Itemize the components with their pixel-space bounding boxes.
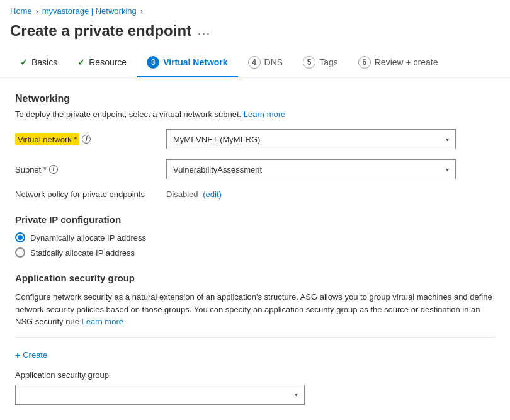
page-title: Create a private endpoint	[10, 22, 191, 40]
breadcrumb: Home › myvastorage | Networking ›	[0, 0, 510, 20]
wizard-step-review[interactable]: 6 Review + create	[348, 50, 448, 77]
subnet-value: VulnerabilityAssessment	[173, 165, 262, 174]
subnet-label-text: Subnet *	[15, 165, 47, 174]
wizard-step-virtual-network[interactable]: 3 Virtual Network	[137, 50, 237, 77]
main-content: Networking To deploy the private endpoin…	[0, 78, 510, 420]
step-circle-review: 6	[358, 56, 371, 69]
page-title-row: Create a private endpoint ...	[0, 20, 510, 50]
check-icon-basics: ✓	[20, 57, 28, 67]
step-circle-tags: 5	[303, 56, 315, 69]
asg-dropdown[interactable]: ▾	[15, 385, 305, 405]
network-policy-row: Network policy for private endpoints Dis…	[15, 190, 495, 199]
asg-divider	[15, 337, 495, 338]
virtual-network-label-text: Virtual network *	[15, 133, 79, 145]
networking-section-title: Networking	[15, 93, 495, 105]
network-policy-label: Network policy for private endpoints	[15, 190, 166, 199]
wizard-step-dns[interactable]: 4 DNS	[238, 50, 293, 77]
asg-create-label: Create	[23, 350, 47, 360]
virtual-network-value: MyMI-VNET (MyMI-RG)	[173, 135, 260, 144]
breadcrumb-sep2: ›	[140, 7, 143, 16]
step-label-resource: Resource	[89, 57, 127, 67]
radio-static-input[interactable]	[15, 247, 25, 258]
radio-static-label: Statically allocate IP address	[30, 248, 135, 258]
subnet-label: Subnet * i	[15, 165, 166, 174]
network-policy-value: Disabled (edit)	[166, 190, 222, 199]
virtual-network-dropdown-arrow: ▾	[446, 136, 449, 143]
asg-dropdown-arrow: ▾	[295, 391, 298, 398]
virtual-network-row: Virtual network * i MyMI-VNET (MyMI-RG) …	[15, 129, 495, 149]
asg-learn-more-link[interactable]: Learn more	[82, 317, 123, 326]
radio-dynamic-label: Dynamically allocate IP address	[30, 233, 146, 242]
page-menu-icon[interactable]: ...	[198, 25, 211, 38]
asg-create-button[interactable]: + Create	[15, 350, 47, 360]
step-circle-virtual-network: 3	[147, 56, 159, 69]
networking-description: To deploy the private endpoint, select a…	[15, 110, 495, 119]
breadcrumb-sep1: ›	[36, 7, 38, 16]
asg-title: Application security group	[15, 273, 495, 283]
step-label-dns: DNS	[264, 57, 283, 67]
wizard-step-resource[interactable]: ✓ Resource	[67, 51, 137, 76]
subnet-dropdown-arrow: ▾	[446, 166, 449, 173]
radio-static[interactable]: Statically allocate IP address	[15, 247, 495, 258]
check-icon-resource: ✓	[77, 57, 85, 67]
wizard-nav: ✓ Basics ✓ Resource 3 Virtual Network 4 …	[0, 50, 510, 78]
virtual-network-label: Virtual network * i	[15, 133, 166, 145]
wizard-step-tags[interactable]: 5 Tags	[293, 50, 348, 77]
step-label-basics: Basics	[31, 57, 57, 67]
asg-description: Configure network security as a natural …	[15, 291, 495, 328]
networking-description-text: To deploy the private endpoint, select a…	[15, 110, 241, 119]
virtual-network-dropdown[interactable]: MyMI-VNET (MyMI-RG) ▾	[166, 129, 456, 149]
step-label-tags: Tags	[319, 57, 338, 67]
step-label-review: Review + create	[375, 57, 438, 67]
private-ip-title: Private IP configuration	[15, 214, 495, 225]
asg-dropdown-wrapper: ▾	[15, 385, 305, 405]
plus-icon: +	[15, 350, 20, 360]
network-policy-edit-link[interactable]: (edit)	[203, 190, 222, 199]
step-circle-dns: 4	[248, 56, 261, 69]
radio-dynamic-input[interactable]	[15, 232, 25, 242]
breadcrumb-storage[interactable]: myvastorage | Networking	[42, 6, 137, 16]
networking-learn-more-link[interactable]: Learn more	[244, 110, 285, 119]
private-ip-radio-group: Dynamically allocate IP address Statical…	[15, 232, 495, 258]
breadcrumb-home[interactable]: Home	[10, 6, 32, 16]
radio-dynamic[interactable]: Dynamically allocate IP address	[15, 232, 495, 242]
step-label-virtual-network: Virtual Network	[163, 57, 227, 67]
subnet-row: Subnet * i VulnerabilityAssessment ▾	[15, 159, 495, 179]
subnet-info-icon[interactable]: i	[49, 165, 58, 174]
asg-dropdown-label: Application security group	[15, 370, 495, 380]
subnet-dropdown[interactable]: VulnerabilityAssessment ▾	[166, 159, 456, 179]
network-policy-status: Disabled	[166, 190, 198, 199]
wizard-step-basics[interactable]: ✓ Basics	[10, 51, 67, 76]
virtual-network-control: MyMI-VNET (MyMI-RG) ▾	[166, 129, 456, 149]
virtual-network-info-icon[interactable]: i	[82, 135, 91, 144]
subnet-control: VulnerabilityAssessment ▾	[166, 159, 456, 179]
